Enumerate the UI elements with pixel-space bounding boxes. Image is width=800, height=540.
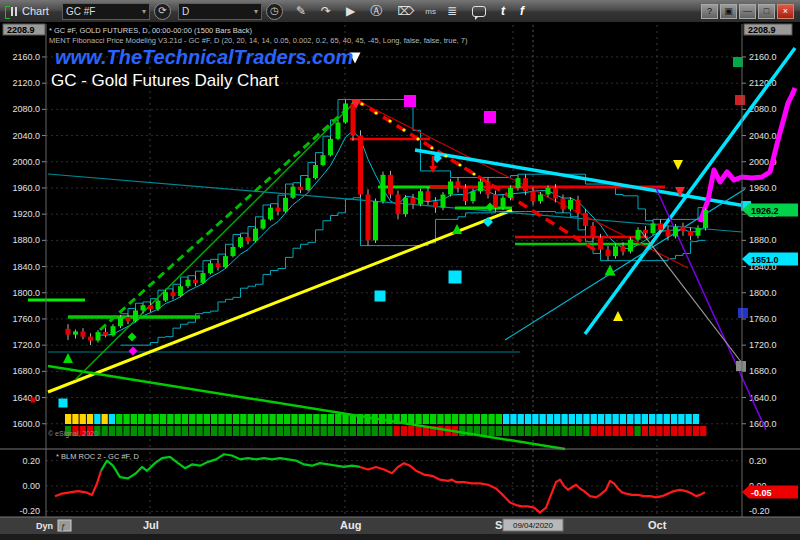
svg-text:1960.0: 1960.0	[12, 183, 40, 193]
svg-text:1800.0: 1800.0	[12, 288, 40, 298]
support-price-badge: 1851.0	[742, 253, 798, 266]
interval-combo[interactable]: D▾	[178, 3, 262, 20]
symbol-info-line: * GC #F, GOLD FUTURES, D, 00:00-00:00 (1…	[49, 26, 252, 35]
red-dot-marker	[31, 398, 36, 403]
oscillator-label: * BLM ROC 2 - GC #F, D	[56, 452, 139, 461]
restore-button[interactable]: ▣	[720, 4, 737, 19]
annotation-button[interactable]: Ⓐ	[364, 1, 388, 21]
top-price-badge-left: 2208.9	[3, 24, 45, 35]
svg-text:2040.0: 2040.0	[749, 131, 777, 141]
svg-text:-0.20: -0.20	[19, 506, 40, 516]
svg-text:1851.0: 1851.0	[751, 255, 779, 265]
cyan-square-marker	[59, 399, 68, 408]
window-title: Chart	[22, 5, 49, 17]
svg-text:0.00: 0.00	[22, 481, 40, 491]
toolbar: GC #F▾⟳D▾◷✎↷▶Ⓐ⌦ms≣tf	[62, 1, 530, 21]
symbol-reload-button[interactable]: ⟳	[154, 3, 171, 20]
top-price-badge-right: 2208.9	[744, 24, 792, 35]
title-bar: Chart GC #F▾⟳D▾◷✎↷▶Ⓐ⌦ms≣tf ?▣—□×	[0, 0, 800, 22]
x-axis-strip	[0, 517, 800, 534]
chat-button[interactable]	[472, 6, 486, 17]
selected-date-box: 09/04/2020	[503, 519, 563, 531]
magenta-square-marker	[404, 95, 416, 107]
svg-text:0.20: 0.20	[22, 456, 40, 466]
last-price-badge: 1926.2	[742, 204, 798, 217]
market-depth-button[interactable]: ≣	[441, 1, 463, 21]
eraser-button[interactable]: ⌦	[391, 1, 420, 21]
copyright-notice: © eSignal, 2020	[48, 430, 98, 437]
axis-red-square	[735, 95, 745, 105]
svg-text:1720.0: 1720.0	[749, 340, 777, 350]
svg-text:2080.0: 2080.0	[12, 104, 40, 114]
svg-text:2120.0: 2120.0	[12, 78, 40, 88]
svg-text:1800.0: 1800.0	[749, 288, 777, 298]
chart-title: GC - Gold Futures Daily Chart	[51, 71, 279, 91]
svg-text:Dyn: Dyn	[36, 521, 53, 531]
svg-text:-0.05: -0.05	[751, 488, 772, 498]
svg-text:2160.0: 2160.0	[12, 52, 40, 62]
cyan-square-marker	[449, 271, 462, 284]
svg-text:1720.0: 1720.0	[12, 340, 40, 350]
svg-text:1680.0: 1680.0	[749, 366, 777, 376]
window-buttons: ?▣—□×	[701, 4, 800, 19]
help-button[interactable]: ?	[701, 4, 718, 19]
indicator-info-line: MENT Fibonacci Price Modeling V3.21d - G…	[49, 36, 467, 45]
minimize-button[interactable]: —	[739, 4, 756, 19]
oscillator-value-badge: -0.05	[742, 486, 798, 499]
cyan-square-marker	[375, 291, 386, 302]
facebook-button[interactable]: f	[514, 4, 530, 18]
svg-text:1640.0: 1640.0	[12, 393, 40, 403]
axis-blue-square	[738, 308, 748, 318]
interval-clock-button[interactable]: ◷	[266, 3, 283, 20]
svg-text:1926.2: 1926.2	[751, 206, 779, 216]
website-link[interactable]: www.TheTechnicalTraders.com	[55, 46, 353, 69]
svg-text:2040.0: 2040.0	[12, 131, 40, 141]
twitter-button[interactable]: t	[495, 4, 511, 18]
axis-gray-square	[736, 361, 746, 371]
svg-text:0.20: 0.20	[749, 456, 767, 466]
svg-text:-0.20: -0.20	[749, 506, 770, 516]
svg-text:1880.0: 1880.0	[12, 235, 40, 245]
svg-text:1880.0: 1880.0	[749, 235, 777, 245]
svg-text:2160.0: 2160.0	[749, 52, 777, 62]
svg-text:1760.0: 1760.0	[12, 314, 40, 324]
svg-text:2208.9: 2208.9	[748, 25, 776, 35]
symbol-combo[interactable]: GC #F▾	[62, 3, 150, 20]
chart-app-icon	[5, 6, 17, 17]
svg-text:2000.0: 2000.0	[12, 157, 40, 167]
draw-pencil-button[interactable]: ✎	[290, 1, 312, 21]
ms-label: ms	[423, 7, 438, 16]
svg-text:09/04/2020: 09/04/2020	[513, 521, 554, 530]
curve-tool-button[interactable]: ↷	[315, 1, 337, 21]
svg-text:2208.9: 2208.9	[7, 25, 35, 35]
svg-text:1920.0: 1920.0	[12, 209, 40, 219]
month-label: Oct	[648, 519, 667, 531]
month-label: Jul	[143, 519, 159, 531]
svg-text:1840.0: 1840.0	[12, 262, 40, 272]
svg-text:1760.0: 1760.0	[749, 314, 777, 324]
svg-text:1680.0: 1680.0	[12, 366, 40, 376]
maximize-button[interactable]: □	[758, 4, 775, 19]
chart-window: Chart GC #F▾⟳D▾◷✎↷▶Ⓐ⌦ms≣tf ?▣—□× 2160.02…	[0, 0, 800, 540]
close-button[interactable]: ×	[777, 4, 794, 19]
month-label: Aug	[340, 519, 361, 531]
play-button[interactable]: ▶	[340, 1, 361, 21]
svg-text:1600.0: 1600.0	[12, 419, 40, 429]
svg-text:1960.0: 1960.0	[749, 183, 777, 193]
magenta-square-marker	[484, 111, 496, 123]
svg-text:ƒ: ƒ	[61, 522, 65, 531]
